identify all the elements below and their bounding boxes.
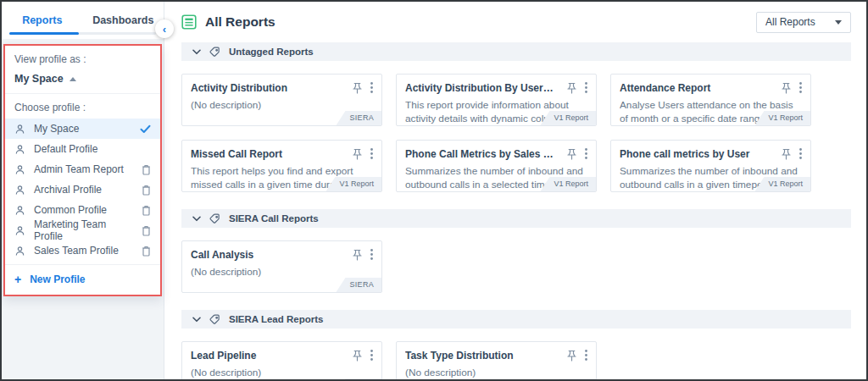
tag-icon [209,314,220,325]
report-title: Phone call metrics by User [620,148,773,160]
kebab-menu-icon[interactable] [799,82,802,93]
sidebar-tabs: Reports Dashboards [2,2,164,39]
kebab-menu-icon[interactable] [585,82,587,93]
selected-profile-name: My Space [14,73,64,85]
report-title: Activity Distribution By Users With Acti… [405,82,559,94]
tag-icon [209,47,220,58]
report-card[interactable]: Lead Pipeline (No description) SIERA [181,341,382,379]
report-description: (No description) [191,98,373,112]
report-title: Call Analysis [191,249,344,261]
trash-icon[interactable] [142,246,151,257]
pin-icon[interactable] [352,350,363,362]
kebab-menu-icon[interactable] [370,350,373,361]
pin-icon[interactable] [781,148,792,160]
section-header-siera-lead-reports[interactable]: SIERA Lead Reports [181,310,851,329]
report-title: Attendance Report [620,82,773,94]
chevron-down-icon[interactable] [192,216,201,222]
profile-item-common-profile[interactable]: Common Profile [5,200,160,220]
pin-icon[interactable] [352,249,363,261]
caret-up-icon [70,77,76,81]
report-title: Missed Call Report [191,148,344,160]
person-icon [14,225,25,236]
section-header-siera-call-reports[interactable]: SIERA Call Reports [181,209,851,228]
report-grid-siera-call: Call Analysis (No description) SIERA [181,240,851,293]
report-card[interactable]: Activity Distribution By Users With Acti… [396,74,597,126]
report-card[interactable]: Task Type Distribution (No description) … [396,341,597,379]
report-title: Phone Call Metrics by Sales Group [405,148,559,160]
tab-dashboards[interactable]: Dashboards [83,14,164,26]
profile-name: My Space [34,123,79,135]
section-title: Untagged Reports [229,47,314,57]
kebab-menu-icon[interactable] [370,249,373,260]
pin-icon[interactable] [566,350,577,362]
report-title: Activity Distribution [191,82,344,94]
pin-icon[interactable] [352,148,363,160]
report-filter-dropdown[interactable]: All Reports [756,12,851,33]
person-icon [14,205,25,216]
section-header-untagged-reports[interactable]: Untagged Reports [181,42,851,61]
person-icon [14,144,25,155]
pin-icon[interactable] [781,82,792,94]
profile-item-default-profile[interactable]: Default Profile [5,139,160,159]
report-grid-untagged: Activity Distribution (No description) S… [181,74,851,192]
trash-icon[interactable] [142,185,151,196]
profile-name: Archival Profile [34,184,102,196]
profile-name: Marketing Team Profile [34,218,125,242]
report-card[interactable]: Attendance Report Analyse Users attendan… [610,74,811,126]
report-type-badge: V1 Report [326,177,381,191]
report-title: Lead Pipeline [191,350,344,362]
trash-icon[interactable] [142,164,151,175]
report-grid-siera-lead: Lead Pipeline (No description) SIERA Tas… [181,341,851,379]
person-icon [14,124,25,135]
chevron-down-icon [835,20,842,25]
pin-icon[interactable] [352,82,363,94]
report-card[interactable]: Phone call metrics by User Summarizes th… [610,140,811,192]
profile-item-my-space[interactable]: My Space [5,119,160,139]
choose-profile-label: Choose profile : [5,94,160,119]
report-type-badge: V1 Report [754,111,810,125]
chevron-down-icon[interactable] [192,317,201,323]
new-profile-button[interactable]: + New Profile [5,264,160,295]
kebab-menu-icon[interactable] [370,82,373,93]
trash-icon[interactable] [142,205,151,216]
profile-name: Default Profile [34,143,97,155]
person-icon [14,246,25,257]
kebab-menu-icon[interactable] [585,148,587,159]
section-title: SIERA Lead Reports [229,314,323,324]
report-card[interactable]: Activity Distribution (No description) S… [181,74,382,126]
profile-name: Common Profile [34,204,107,216]
sidebar: Reports Dashboards View profile as : My … [2,2,164,379]
sidebar-collapse-button[interactable]: ‹ [155,19,174,38]
report-type-badge: V1 Report [540,111,596,125]
report-filter-value: All Reports [765,16,815,28]
report-card[interactable]: Call Analysis (No description) SIERA [181,240,382,293]
plus-icon: + [14,275,21,284]
profile-name: Sales Team Profile [34,245,119,257]
kebab-menu-icon[interactable] [799,148,802,159]
profile-dropdown-toggle[interactable]: My Space [5,72,160,94]
profile-panel-annotated: View profile as : My Space Choose profil… [3,44,162,296]
report-card[interactable]: Missed Call Report This report helps you… [181,140,382,192]
report-description: (No description) [191,265,373,279]
report-list-icon [181,14,197,30]
chevron-down-icon[interactable] [192,49,201,55]
trash-icon[interactable] [142,225,151,236]
report-type-badge: SIERA [336,278,381,292]
kebab-menu-icon[interactable] [585,350,587,361]
new-profile-label: New Profile [30,273,85,285]
tag-icon [209,213,220,224]
check-icon [140,124,151,134]
tab-reports[interactable]: Reports [2,14,83,26]
profile-item-archival-profile[interactable]: Archival Profile [5,179,160,200]
report-type-badge: V1 Report [540,177,596,191]
profile-item-admin-team-report[interactable]: Admin Team Report [5,159,160,179]
pin-icon[interactable] [566,148,577,160]
tab-active-underline [9,32,79,35]
report-card[interactable]: Phone Call Metrics by Sales Group Summar… [396,140,597,192]
kebab-menu-icon[interactable] [370,148,373,159]
report-description: (No description) [405,366,587,379]
profile-item-marketing-team-profile[interactable]: Marketing Team Profile [5,220,160,240]
pin-icon[interactable] [566,82,577,94]
report-title: Task Type Distribution [405,350,559,362]
profile-item-sales-team-profile[interactable]: Sales Team Profile [5,240,160,261]
